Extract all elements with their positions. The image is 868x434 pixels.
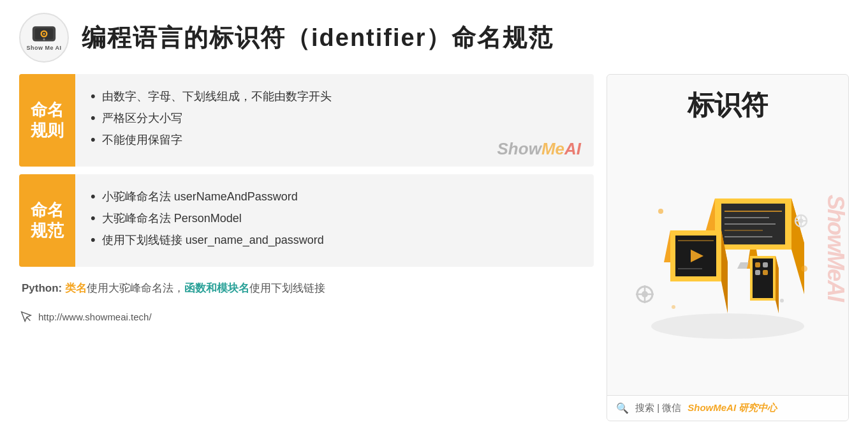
list-item: 由数字、字母、下划线组成，不能由数字开头: [91, 88, 578, 105]
logo-text: Show Me AI: [26, 45, 61, 51]
svg-marker-26: [776, 256, 779, 313]
list-item: 严格区分大小写: [91, 110, 578, 126]
svg-point-44: [672, 305, 675, 309]
card-naming-conventions: 命名 规范 小驼峰命名法 userNameAndPassword 大驼峰命名法 …: [19, 174, 594, 267]
card2-body: 小驼峰命名法 userNameAndPassword 大驼峰命名法 Person…: [75, 174, 594, 267]
svg-rect-31: [755, 270, 760, 275]
card2-label-line2: 规范: [31, 221, 64, 241]
svg-rect-32: [763, 270, 768, 275]
list-item: 使用下划线链接 user_name_and_password: [91, 232, 578, 248]
svg-point-5: [43, 38, 45, 40]
footer-url: http://www.showmeai.tech/: [19, 310, 594, 324]
cursor-icon: [19, 310, 33, 324]
right-title: 标识符: [688, 75, 768, 130]
card1-label-line1: 命名: [31, 100, 64, 120]
svg-point-4: [43, 33, 45, 34]
right-bottom-bar: 🔍 搜索 | 微信 ShowMeAI 研究中心: [607, 395, 848, 421]
svg-point-42: [801, 266, 807, 272]
svg-rect-29: [755, 262, 760, 267]
brand-text: ShowMeAI 研究中心: [688, 402, 777, 414]
card2-label-line1: 命名: [31, 200, 64, 220]
card1-watermark: ShowMeAI: [497, 139, 581, 159]
list-item: 小驼峰命名法 userNameAndPassword: [91, 188, 578, 205]
footer-note: Python: 类名使用大驼峰命名法，函数和模块名使用下划线链接: [19, 281, 594, 296]
right-panel: ShowMeAI 标识符: [607, 74, 849, 421]
logo-icon: [31, 24, 57, 43]
list-item: 大驼峰命名法 PersonModel: [91, 210, 578, 227]
svg-marker-8: [791, 198, 804, 294]
svg-point-41: [658, 209, 663, 214]
left-panel: 命名 规则 由数字、字母、下划线组成，不能由数字开头 严格区分大小写 不能使用保…: [19, 74, 594, 421]
svg-point-6: [651, 313, 804, 339]
card2-list: 小驼峰命名法 userNameAndPassword 大驼峰命名法 Person…: [91, 188, 578, 253]
search-text: 搜索 | 微信: [635, 402, 681, 414]
card-naming-rules: 命名 规则 由数字、字母、下划线组成，不能由数字开头 严格区分大小写 不能使用保…: [19, 74, 594, 167]
card1-label: 命名 规则: [19, 74, 75, 167]
header: Show Me AI 编程语言的标识符（identifier）命名规范: [19, 13, 849, 63]
card2-label: 命名 规范: [19, 174, 75, 267]
svg-rect-30: [763, 262, 768, 267]
card1-body: 由数字、字母、下划线组成，不能由数字开头 严格区分大小写 不能使用保留字 Sho…: [75, 74, 594, 167]
logo: Show Me AI: [19, 13, 69, 63]
card1-label-line2: 规则: [31, 121, 64, 140]
page-title: 编程语言的标识符（identifier）命名规范: [82, 22, 554, 54]
gear-decoration: [636, 285, 654, 303]
url-text[interactable]: http://www.showmeai.tech/: [38, 311, 152, 322]
search-icon: 🔍: [616, 402, 629, 414]
iso-devices-illustration: [626, 179, 830, 345]
svg-point-43: [780, 299, 784, 303]
main-content: 命名 规则 由数字、字母、下划线组成，不能由数字开头 严格区分大小写 不能使用保…: [19, 74, 849, 421]
illustration-area: [607, 130, 848, 395]
